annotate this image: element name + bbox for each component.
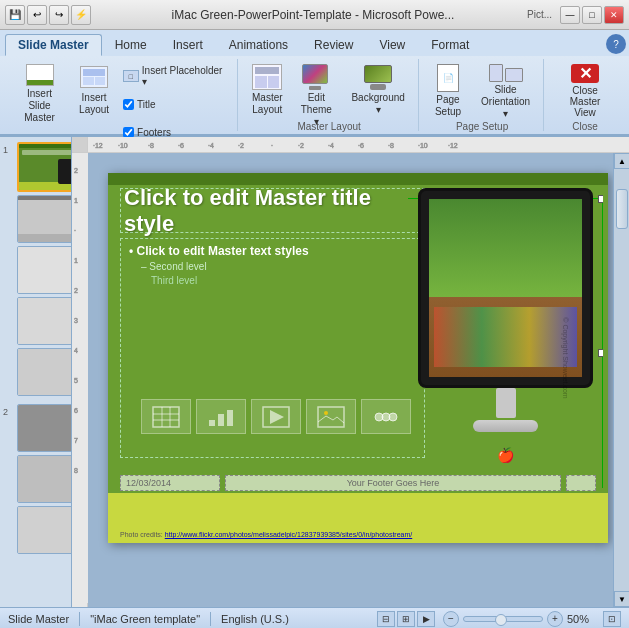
fit-window-button[interactable]: ⊡ — [603, 611, 621, 627]
imac-screen-inner — [429, 199, 582, 377]
bullet4-label: Fourth level — [141, 442, 191, 459]
view-buttons[interactable]: ⊟ ⊞ ▶ — [377, 611, 435, 627]
master-layout-group-label: Master Layout — [297, 121, 360, 132]
slide-thumb-8[interactable] — [17, 506, 72, 554]
slide-thumb-3[interactable] — [17, 246, 72, 294]
undo-button[interactable]: ↩ — [27, 5, 47, 25]
tab-home[interactable]: Home — [102, 34, 160, 56]
scrollbar-track[interactable] — [614, 249, 629, 591]
slide-thumb-5[interactable] — [17, 348, 72, 396]
slide-title-placeholder[interactable]: Click to edit Master title style — [120, 188, 425, 233]
maximize-button[interactable]: □ — [582, 6, 602, 24]
footers-check-label: Footers — [137, 127, 171, 138]
canvas-scroll[interactable]: Click to edit Master title style • Click… — [88, 153, 613, 607]
scroll-down-arrow[interactable]: ▼ — [614, 591, 629, 607]
insert-placeholder-button[interactable]: □ Insert Placeholder ▾ — [119, 63, 232, 89]
svg-text:3: 3 — [74, 317, 78, 324]
master-layout-button[interactable]: MasterLayout — [245, 61, 289, 119]
placeholder-icon: □ — [123, 70, 139, 82]
slideshow-button[interactable]: ▶ — [417, 611, 435, 627]
minimize-button[interactable]: — — [560, 6, 580, 24]
photo-credit-prefix: Photo credits: — [120, 531, 165, 538]
zoom-slider-thumb[interactable] — [495, 614, 507, 626]
close-master-view-button[interactable]: ✕ CloseMaster View — [551, 61, 619, 119]
svg-text:·4: ·4 — [328, 142, 334, 149]
orientation-icon — [489, 64, 523, 82]
ruler-v-svg: 2 1 · 1 2 3 4 5 6 7 8 — [72, 153, 88, 603]
edit-theme-button[interactable]: EditTheme ▾ — [292, 61, 340, 119]
image-icon-svg — [317, 406, 345, 428]
zoom-out-button[interactable]: − — [443, 611, 459, 627]
save-button[interactable]: 💾 — [5, 5, 25, 25]
slide-footer[interactable]: 12/03/2014 Your Footer Goes Here — [120, 475, 596, 491]
title-check[interactable] — [123, 99, 134, 110]
slide-thumb-1[interactable] — [17, 142, 72, 192]
footer-text-box[interactable]: Your Footer Goes Here — [225, 475, 561, 491]
table-placeholder-icon — [141, 399, 191, 434]
quick-access-toolbar[interactable]: 💾 ↩ ↪ ⚡ — [5, 5, 91, 25]
tab-insert[interactable]: Insert — [160, 34, 216, 56]
insert-slide-master-button[interactable]: Insert SlideMaster — [10, 61, 69, 119]
help-button[interactable]: ? — [606, 34, 626, 54]
imac-neck — [496, 388, 516, 418]
canvas-top: ·12 ·10 ·8 ·6 ·4 ·2 · ·2 ·4 ·6 ·8 ·10 ·1… — [72, 137, 629, 153]
scrollbar-thumb[interactable] — [616, 189, 628, 229]
watermark-text: © Copyright Showeet.com — [562, 317, 569, 398]
slide-content-placeholder[interactable]: • Click to edit Master text styles – Sec… — [120, 238, 425, 458]
slide-thumb-6[interactable] — [17, 404, 72, 452]
background-button[interactable]: Background ▾ — [343, 61, 413, 119]
status-language: English (U.S.) — [221, 613, 289, 625]
slide-thumb-content-5 — [18, 349, 72, 395]
background-shape — [364, 65, 392, 89]
imac-apple-logo: 🍎 — [497, 447, 514, 463]
svg-rect-31 — [209, 420, 215, 426]
layout-grid-icon — [252, 64, 282, 90]
page-setup-button[interactable]: 📄 PageSetup — [426, 61, 470, 119]
slide-thumb-2[interactable] — [17, 195, 72, 243]
window-title: iMac Green-PowerPoint-Template - Microso… — [99, 8, 527, 22]
zoom-slider[interactable] — [463, 616, 543, 622]
animate-button[interactable]: ⚡ — [71, 5, 91, 25]
title-checkbox[interactable]: Title — [119, 91, 232, 117]
window-controls[interactable]: — □ ✕ — [560, 6, 624, 24]
svg-text:·12: ·12 — [448, 142, 458, 149]
slide-panel[interactable]: 1 — [0, 137, 72, 607]
close-window-button[interactable]: ✕ — [604, 6, 624, 24]
scrollbar-vertical[interactable]: ▲ ▼ — [613, 153, 629, 607]
normal-view-button[interactable]: ⊟ — [377, 611, 395, 627]
footer-date-box[interactable]: 12/03/2014 — [120, 475, 220, 491]
slide-thumb-wrapper-5 — [17, 348, 68, 396]
canvas-body: 2 1 · 1 2 3 4 5 6 7 8 — [72, 153, 629, 607]
slide-thumb-wrapper-8 — [17, 506, 68, 554]
bullet5-text: Fifth level — [204, 455, 238, 459]
ruler-horizontal: ·12 ·10 ·8 ·6 ·4 ·2 · ·2 ·4 ·6 ·8 ·10 ·1… — [88, 137, 629, 153]
imac-image-area[interactable]: 🍎 — [408, 188, 603, 488]
status-view: Slide Master — [8, 613, 69, 625]
zoom-in-button[interactable]: + — [547, 611, 563, 627]
slide-thumb-7[interactable] — [17, 455, 72, 503]
tab-slide-master[interactable]: Slide Master — [5, 34, 102, 56]
ribbon-tab-strip: Slide Master Home Insert Animations Revi… — [0, 30, 629, 56]
svg-text:·: · — [271, 142, 273, 149]
slide-orientation-button[interactable]: SlideOrientation ▾ — [473, 61, 538, 119]
slide-thumb-content-4 — [18, 298, 72, 344]
slide-title-text: Click to edit Master title style — [124, 185, 421, 237]
tab-view[interactable]: View — [366, 34, 418, 56]
page-setup-group-label: Page Setup — [456, 121, 508, 132]
slide-thumb-4[interactable] — [17, 297, 72, 345]
tab-animations[interactable]: Animations — [216, 34, 301, 56]
footer-num-box[interactable] — [566, 475, 596, 491]
tab-review[interactable]: Review — [301, 34, 366, 56]
slide-canvas: Click to edit Master title style • Click… — [108, 173, 608, 543]
footers-check[interactable] — [123, 127, 134, 138]
ribbon-group-master-layout: MasterLayout EditTheme ▾ — [240, 59, 419, 131]
redo-button[interactable]: ↪ — [49, 5, 69, 25]
tab-format[interactable]: Format — [418, 34, 482, 56]
photo-credit-link[interactable]: http://www.flickr.com/photos/melissadelp… — [165, 531, 412, 538]
zoom-control[interactable]: − + 50% — [443, 611, 595, 627]
scroll-up-arrow[interactable]: ▲ — [614, 153, 629, 169]
slide-thumb-content-2 — [18, 196, 72, 242]
footer-date-text: 12/03/2014 — [126, 478, 171, 488]
slide-sorter-button[interactable]: ⊞ — [397, 611, 415, 627]
insert-layout-button[interactable]: InsertLayout — [72, 61, 116, 119]
